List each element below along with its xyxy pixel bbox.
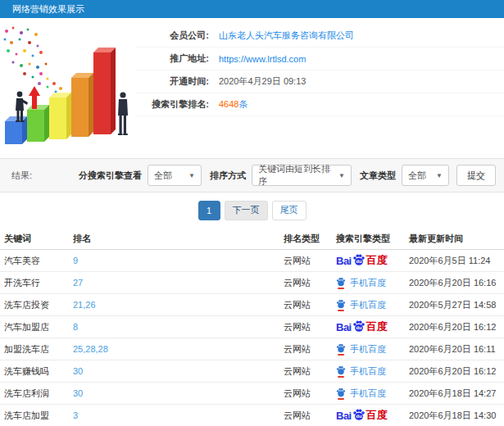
table-body: 汽车美容9云网站Baidu百度2020年6月5日 11:24开洗车行27云网站手… <box>0 250 504 426</box>
result-label: 结果: <box>11 170 32 182</box>
table-row: 洗车店加盟3云网站Baidu百度2020年6月18日 14:30 <box>0 405 504 426</box>
rank-cell[interactable]: 30 <box>73 366 284 376</box>
svg-text:du: du <box>356 414 362 419</box>
article-type-select[interactable]: 全部 ▼ <box>402 165 449 186</box>
rank-cell[interactable]: 8 <box>73 322 284 332</box>
table-row: 汽车加盟店8云网站Baidu百度2020年6月20日 16:12 <box>0 316 504 338</box>
rank-type-cell: 云网站 <box>284 365 336 378</box>
baidu-cn-text: 百度 <box>366 253 388 268</box>
svg-text:du: du <box>356 325 362 330</box>
mobile-baidu-logo: 手机百度 <box>336 299 386 311</box>
engine-cell: 手机百度 <box>336 277 409 289</box>
mobile-baidu-logo: 手机百度 <box>336 365 386 378</box>
col-rank-type: 排名类型 <box>284 233 336 245</box>
mobile-baidu-paw-icon <box>336 387 346 400</box>
growth-chart-illustration <box>0 23 131 154</box>
open-time-label: 开通时间: <box>135 75 209 88</box>
rank-cell[interactable]: 25,28,28 <box>73 344 284 354</box>
bar-green <box>27 105 49 142</box>
engine-cell: 手机百度 <box>336 299 409 311</box>
next-page-button[interactable]: 下一页 <box>225 201 268 220</box>
sort-filter-select[interactable]: 关键词由短到长排序 ▼ <box>252 165 352 186</box>
rank-cell[interactable]: 30 <box>73 388 284 398</box>
submit-button[interactable]: 提交 <box>456 165 496 186</box>
rank-cell[interactable]: 27 <box>73 278 284 288</box>
rank-type-cell: 云网站 <box>284 299 336 311</box>
col-keyword: 关键词 <box>4 233 73 245</box>
mobile-baidu-underline <box>338 354 344 356</box>
member-company-link[interactable]: 山东老人头汽车服务咨询有限公司 <box>219 29 354 42</box>
engine-cell: Baidu百度 <box>336 408 409 423</box>
engine-filter-value: 全部 <box>154 170 172 182</box>
engine-rank-label: 搜索引擎排名: <box>135 98 209 111</box>
baidu-paw-icon: du <box>352 253 366 268</box>
rank-cell[interactable]: 3 <box>73 410 284 420</box>
engine-cell: Baidu百度 <box>336 320 409 334</box>
mobile-baidu-underline <box>338 376 344 378</box>
engine-rank-row: 搜索引擎排名: 4648条 <box>135 93 504 116</box>
engine-cell: 手机百度 <box>336 343 409 356</box>
keyword-cell: 洗车店利润 <box>4 387 73 400</box>
promo-url-label: 推广地址: <box>135 52 209 65</box>
page-1-button[interactable]: 1 <box>198 201 220 220</box>
keyword-cell: 洗车赚钱吗 <box>4 365 73 378</box>
member-company-row: 会员公司: 山东老人头汽车服务咨询有限公司 <box>135 25 504 48</box>
mobile-baidu-paw-icon <box>336 299 346 311</box>
article-type-value: 全部 <box>408 170 426 182</box>
updated-cell: 2020年6月20日 16:12 <box>409 365 504 378</box>
rank-type-cell: 云网站 <box>284 410 336 422</box>
rank-type-cell: 云网站 <box>284 277 336 289</box>
page-title: 网络营销效果展示 <box>12 4 84 14</box>
mobile-baidu-underline <box>338 310 344 311</box>
baidu-cn-text: 百度 <box>366 408 388 423</box>
mobile-baidu-underline <box>338 288 344 289</box>
rank-type-cell: 云网站 <box>284 343 336 356</box>
engine-rank-count: 4648 <box>219 99 238 109</box>
mobile-baidu-text: 手机百度 <box>350 343 386 356</box>
table-header-row: 关键词 排名 排名类型 搜索引擎类型 最新更新时间 <box>0 228 504 250</box>
baidu-latin-text: Bai <box>336 321 352 333</box>
open-time-row: 开通时间: 2020年4月29日 09:13 <box>135 70 504 93</box>
rank-type-cell: 云网站 <box>284 321 336 333</box>
promo-url-link[interactable]: https://www.lrtlsd.com <box>219 54 306 64</box>
rank-cell[interactable]: 21,26 <box>73 300 284 310</box>
col-rank: 排名 <box>73 233 284 245</box>
bar-orange <box>71 73 93 137</box>
pagination: 1 下一页 尾页 <box>0 193 504 228</box>
mobile-baidu-paw-icon <box>336 343 346 356</box>
table-row: 洗车店投资21,26云网站手机百度2020年5月27日 14:58 <box>0 294 504 316</box>
promo-url-row: 推广地址: https://www.lrtlsd.com <box>135 48 504 70</box>
filter-bar: 结果: 分搜索引擎查看 全部 ▼ 排序方式 关键词由短到长排序 ▼ 文章类型 全… <box>0 158 504 193</box>
engine-filter-select[interactable]: 全部 ▼ <box>148 165 202 186</box>
confetti-dots <box>4 27 66 97</box>
baidu-logo: Baidu百度 <box>336 320 388 334</box>
mobile-baidu-text: 手机百度 <box>350 277 386 289</box>
mobile-baidu-paw-icon <box>336 277 346 289</box>
updated-cell: 2020年6月20日 16:11 <box>409 343 504 356</box>
keyword-cell: 开洗车行 <box>4 277 73 289</box>
baidu-paw-icon: du <box>352 408 366 423</box>
mobile-baidu-text: 手机百度 <box>350 365 386 378</box>
mobile-baidu-logo: 手机百度 <box>336 343 386 356</box>
engine-cell: 手机百度 <box>336 365 409 378</box>
table-row: 开洗车行27云网站手机百度2020年6月20日 16:16 <box>0 272 504 294</box>
col-updated: 最新更新时间 <box>409 233 504 245</box>
last-page-button[interactable]: 尾页 <box>272 201 306 220</box>
baidu-cn-text: 百度 <box>366 320 388 334</box>
results-table: 关键词 排名 排名类型 搜索引擎类型 最新更新时间 汽车美容9云网站Baidu百… <box>0 228 504 426</box>
updated-cell: 2020年6月20日 16:12 <box>409 321 504 333</box>
table-row: 洗车赚钱吗30云网站手机百度2020年6月20日 16:12 <box>0 360 504 383</box>
mobile-baidu-text: 手机百度 <box>350 387 386 400</box>
updated-cell: 2020年6月18日 14:30 <box>409 410 504 422</box>
mobile-baidu-logo: 手机百度 <box>336 387 386 400</box>
updated-cell: 2020年5月27日 14:58 <box>409 299 504 311</box>
mobile-baidu-logo: 手机百度 <box>336 277 386 289</box>
mobile-baidu-text: 手机百度 <box>350 299 386 311</box>
chevron-down-icon: ▼ <box>338 172 345 179</box>
member-company-label: 会员公司: <box>135 29 209 42</box>
rank-cell[interactable]: 9 <box>73 256 284 265</box>
article-type-label: 文章类型 <box>360 170 396 182</box>
bar-red <box>93 48 116 134</box>
rank-type-cell: 云网站 <box>284 255 336 267</box>
sort-filter-label: 排序方式 <box>210 170 246 182</box>
